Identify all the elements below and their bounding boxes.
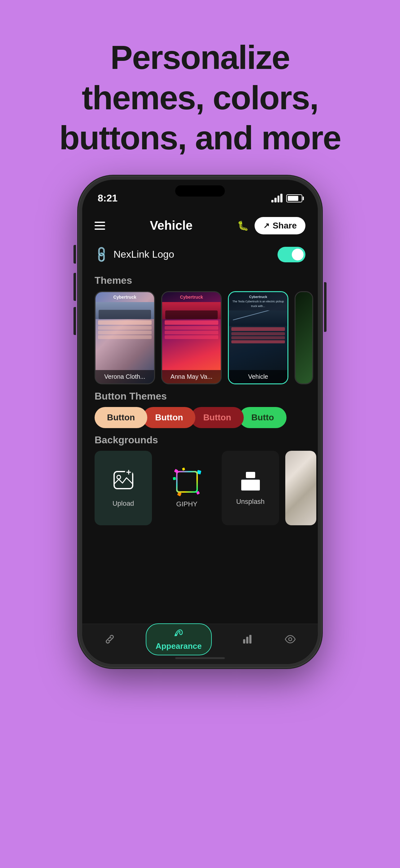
tab-appearance-label: Appearance: [156, 641, 202, 651]
phone-mockup: 8:21: [79, 177, 321, 667]
theme-card-2[interactable]: Cybertruck Anna May Va...: [161, 291, 222, 384]
mute-button: [73, 245, 76, 264]
unsplash-label: Unsplash: [236, 498, 265, 506]
navigation-bar: Vehicle 🐛 ↗ Share: [82, 211, 318, 241]
status-time: 8:21: [98, 192, 118, 204]
unsplash-icon: [240, 470, 261, 493]
svg-point-12: [289, 638, 292, 641]
chart-tab-icon: [241, 632, 254, 646]
theme-card-4[interactable]: [295, 291, 313, 384]
svg-rect-9: [243, 639, 245, 644]
hero-section: Personalize themes, colors, buttons, and…: [59, 37, 341, 158]
theme-card-3[interactable]: CybertruckThe Tesla Cybertruck is an ele…: [228, 291, 288, 384]
battery-fill: [288, 196, 298, 201]
theme-card-1[interactable]: Cybertruck Verona Cloth...: [95, 291, 155, 384]
upload-icon: [112, 468, 134, 495]
link-tab-icon: [103, 632, 116, 646]
volume-up-button: [73, 273, 76, 301]
svg-rect-11: [249, 635, 252, 644]
upload-label: Upload: [112, 499, 134, 507]
giphy-icon: [173, 468, 201, 496]
hero-title: Personalize themes, colors, buttons, and…: [59, 37, 341, 158]
button-theme-2[interactable]: Button: [143, 407, 195, 428]
backgrounds-label: Backgrounds: [82, 428, 318, 451]
bug-icon[interactable]: 🐛: [237, 220, 248, 231]
bg-card-giphy[interactable]: GIPHY: [158, 451, 215, 525]
wifi-icon: [271, 194, 282, 203]
tab-appearance[interactable]: Appearance: [146, 623, 212, 655]
appearance-tab-icon: [174, 628, 184, 638]
page-title: Vehicle: [150, 219, 193, 232]
phone-frame: 8:21: [79, 177, 321, 667]
menu-icon[interactable]: [95, 222, 105, 230]
theme-2-label: Anna May Va...: [162, 370, 221, 383]
home-indicator: [175, 657, 225, 659]
dynamic-island: [175, 185, 225, 196]
svg-rect-5: [177, 471, 197, 492]
backgrounds-grid: Upload: [82, 451, 318, 525]
share-icon: ↗: [263, 221, 269, 230]
volume-down-button: [73, 307, 76, 335]
nexlink-toggle[interactable]: [277, 247, 305, 262]
button-themes-scroll: Button Button Button Butto: [82, 407, 318, 428]
power-button: [324, 282, 327, 332]
status-bar: 8:21: [82, 180, 318, 211]
svg-rect-10: [246, 637, 248, 644]
tab-link[interactable]: [103, 632, 116, 646]
svg-rect-7: [241, 479, 260, 491]
nav-actions: 🐛 ↗ Share: [237, 217, 305, 235]
nexlink-label: NexLink Logo: [113, 249, 174, 260]
theme-3-label: Vehicle: [229, 370, 288, 383]
battery-icon: [286, 194, 302, 203]
bg-card-marble[interactable]: [285, 451, 316, 525]
button-theme-4[interactable]: Butto: [239, 407, 287, 428]
button-theme-1[interactable]: Button: [95, 407, 147, 428]
theme-1-label: Verona Cloth...: [96, 370, 154, 383]
nexlink-row: 🔗 NexLink Logo: [82, 241, 318, 269]
svg-point-1: [117, 475, 121, 479]
themes-label: Themes: [82, 269, 318, 291]
button-themes-label: Button Themes: [82, 384, 318, 407]
bg-card-upload[interactable]: Upload: [95, 451, 152, 525]
svg-rect-6: [246, 472, 255, 478]
status-icons: [271, 194, 302, 203]
bg-card-unsplash[interactable]: Unsplash: [222, 451, 279, 525]
eye-tab-icon: [284, 632, 297, 646]
share-button[interactable]: ↗ Share: [255, 217, 305, 235]
button-theme-3[interactable]: Button: [191, 407, 243, 428]
phone-screen: 8:21: [82, 180, 318, 664]
link-icon: 🔗: [92, 245, 111, 264]
svg-point-8: [175, 634, 177, 636]
tab-eye[interactable]: [284, 632, 297, 646]
tab-chart[interactable]: [241, 632, 254, 646]
giphy-label: GIPHY: [176, 500, 197, 508]
themes-scroll: Cybertruck Verona Cloth...: [82, 291, 318, 384]
